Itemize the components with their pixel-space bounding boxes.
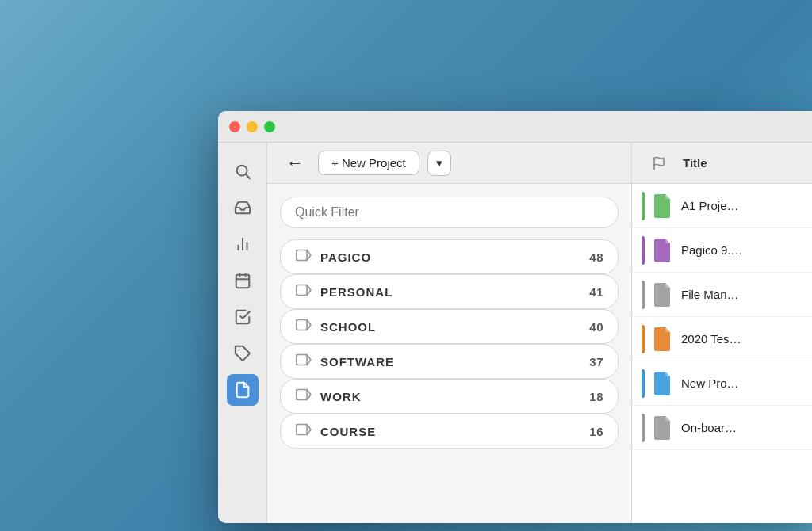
quick-filter-input[interactable] (280, 197, 619, 228)
filter-tag-label-personal: PERSONAL (320, 285, 393, 299)
filter-tag-software[interactable]: SOFTWARE 37 (280, 344, 619, 379)
filter-tag-label-pagico: PAGICO (320, 250, 371, 264)
filter-tag-count-pagico: 48 (589, 250, 603, 264)
tag-icon-pagico (295, 248, 312, 266)
project-name: Pagico 9.… (681, 243, 743, 257)
project-list-item[interactable]: A1 Proje… (632, 184, 812, 228)
maximize-button[interactable] (264, 121, 275, 132)
tag-icon-software (295, 353, 312, 370)
filter-list: PAGICO 48 PERSONAL 41 SCHOOL 40 (267, 184, 631, 523)
svg-rect-14 (297, 319, 307, 330)
svg-rect-5 (236, 275, 249, 288)
main-window: ← + New Project ▾ PAGICO 48 (218, 111, 812, 523)
main-content: ← + New Project ▾ PAGICO 48 (267, 143, 812, 523)
project-list-item[interactable]: New Pro… (632, 361, 812, 406)
project-name: 2020 Tes… (681, 332, 741, 346)
filter-tag-count-personal: 41 (589, 285, 603, 299)
tag-icon-school (295, 318, 312, 335)
filter-tag-pagico[interactable]: PAGICO 48 (280, 239, 619, 274)
filter-tag-count-software: 37 (589, 355, 603, 369)
project-file-icon (651, 281, 673, 308)
project-color-bar (642, 369, 645, 398)
title-column-header: Title (676, 156, 811, 170)
sidebar-item-charts[interactable] (227, 228, 259, 260)
project-color-bar (642, 325, 645, 353)
filter-tag-label-work: WORK (320, 390, 362, 403)
sidebar-item-tags[interactable] (227, 338, 259, 369)
filter-tag-school[interactable]: SCHOOL 40 (280, 309, 619, 344)
toolbar-row: ← + New Project ▾ (267, 143, 631, 184)
back-button[interactable]: ← (280, 150, 310, 177)
filter-tag-label-course: COURSE (320, 425, 376, 438)
project-file-icon (651, 326, 673, 353)
traffic-lights (229, 121, 275, 132)
window-body: ← + New Project ▾ PAGICO 48 (218, 143, 812, 523)
project-name: New Pro… (681, 376, 739, 390)
sidebar-item-search[interactable] (227, 155, 259, 187)
minimize-button[interactable] (247, 121, 258, 132)
project-file-icon (651, 237, 673, 264)
filter-panel: ← + New Project ▾ PAGICO 48 (267, 143, 632, 523)
sidebar-item-tasks[interactable] (227, 301, 259, 333)
svg-rect-20 (297, 424, 307, 434)
filter-tag-work[interactable]: WORK 18 (280, 379, 619, 414)
tag-icon-work (295, 388, 312, 405)
flag-column-header (642, 156, 676, 170)
close-button[interactable] (229, 121, 240, 132)
sidebar-item-inbox[interactable] (227, 192, 259, 223)
sidebar (218, 143, 267, 523)
filter-tag-personal[interactable]: PERSONAL 41 (280, 274, 619, 309)
tag-icon-course (295, 422, 312, 440)
title-bar (218, 111, 812, 143)
project-panel-header: Title (632, 143, 812, 184)
dropdown-button[interactable]: ▾ (427, 151, 451, 176)
project-list-item[interactable]: File Man… (632, 273, 812, 317)
tag-icon-personal (295, 283, 312, 300)
new-project-button[interactable]: + New Project (318, 151, 419, 175)
project-list-item[interactable]: 2020 Tes… (632, 317, 812, 361)
project-name: A1 Proje… (681, 199, 739, 212)
project-panel: Title A1 Proje… Pagico 9.… File Man… (632, 143, 812, 523)
project-color-bar (642, 414, 645, 442)
project-file-icon (651, 414, 673, 441)
project-name: On-boar… (681, 421, 737, 434)
project-list: A1 Proje… Pagico 9.… File Man… 2020 Tes… (632, 184, 812, 523)
project-list-item[interactable]: Pagico 9.… (632, 228, 812, 273)
sidebar-item-calendar[interactable] (227, 265, 259, 296)
filter-tag-label-school: SCHOOL (320, 320, 376, 334)
svg-rect-18 (297, 389, 307, 399)
svg-line-1 (246, 174, 250, 178)
project-name: File Man… (681, 288, 739, 301)
project-color-bar (642, 281, 645, 309)
project-file-icon (651, 370, 673, 397)
project-list-item[interactable]: On-boar… (632, 406, 812, 450)
filter-tags-container: PAGICO 48 PERSONAL 41 SCHOOL 40 (280, 239, 619, 449)
svg-rect-12 (297, 285, 307, 295)
project-color-bar (642, 192, 645, 220)
filter-tag-count-school: 40 (589, 320, 603, 334)
filter-tag-count-work: 18 (589, 390, 603, 403)
project-file-icon (651, 193, 673, 220)
sidebar-item-files[interactable] (227, 374, 259, 406)
project-color-bar (642, 236, 645, 265)
svg-rect-10 (297, 250, 307, 260)
filter-tag-label-software: SOFTWARE (320, 355, 394, 369)
filter-tag-course[interactable]: COURSE 16 (280, 414, 619, 449)
svg-rect-16 (297, 354, 307, 365)
filter-tag-count-course: 16 (589, 425, 603, 438)
